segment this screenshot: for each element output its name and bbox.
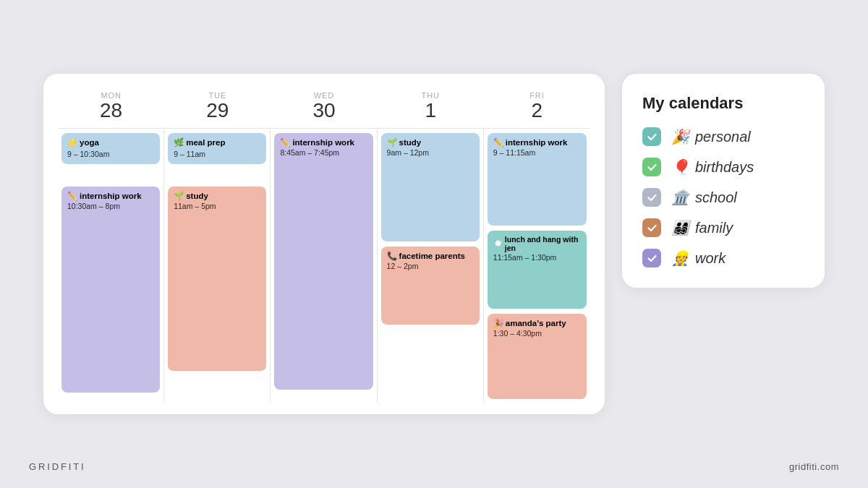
day-number-fri: 2 [484,100,590,122]
checkbox-school[interactable] [642,188,661,207]
cal-label-family: 👨‍👩‍👧‍👦family [671,219,733,236]
checkbox-birthdays[interactable] [642,158,661,176]
day-col-wed: ✏️internship work 8:45am – 7:45pm [271,129,377,403]
day-number-wed: 30 [271,100,377,122]
checkbox-family[interactable] [642,218,661,237]
day-header-thu: THU 1 [378,88,484,124]
event-meal-prep[interactable]: 🌿meal prep 9 – 11am [168,133,266,164]
day-header-mon: MON 28 [58,88,164,124]
cal-item-personal[interactable]: 🎉personal [642,127,803,146]
event-internship-wed[interactable]: ✏️internship work 8:45am – 7:45pm [274,133,373,390]
cal-label-personal: 🎉personal [671,128,751,145]
checkbox-work[interactable] [642,249,661,267]
event-internship-mon[interactable]: ✏️internship work 10:30am – 8pm [61,187,160,393]
cal-item-family[interactable]: 👨‍👩‍👧‍👦family [642,218,803,237]
event-internship-fri[interactable]: ✏️internship work 9 – 11:15am [488,133,587,226]
cal-item-work[interactable]: 👷work [642,249,803,267]
event-yoga[interactable]: 🌟yoga 9 – 10:30am [61,133,160,164]
event-study-tue[interactable]: 🌱study 11am – 5pm [168,187,266,371]
cal-label-work: 👷work [671,249,726,267]
calendars-sidebar: My calendars 🎉personal 🎈birthdays [622,74,825,288]
event-facetime[interactable]: 📞facetime parents 12 – 2pm [381,247,480,325]
event-lunch[interactable]: 🍽️lunch and hang with jen 11:15am – 1:30… [488,231,587,309]
event-study-thu[interactable]: 🌱study 9am – 12pm [381,133,480,241]
cal-label-birthdays: 🎈birthdays [671,158,754,176]
cal-item-school[interactable]: 🏛️school [642,188,803,207]
day-number-mon: 28 [58,100,164,122]
day-col-thu: 🌱study 9am – 12pm 📞facetime parents 12 –… [378,129,484,403]
day-col-tue: 🌿meal prep 9 – 11am 🌱study 11am – 5pm [164,129,271,403]
footer: GRIDFITI gridfiti.com [29,461,839,472]
day-header-wed: WED 30 [271,88,377,124]
cal-item-birthdays[interactable]: 🎈birthdays [642,158,803,176]
event-party[interactable]: 🎉amanda's party 1:30 – 4:30pm [488,314,587,399]
cal-label-school: 🏛️school [671,189,737,206]
day-col-mon: 🌟yoga 9 – 10:30am ✏️internship work 10:3… [58,129,164,403]
day-number-thu: 1 [378,100,484,122]
brand-name: GRIDFITI [29,461,86,472]
checkbox-personal[interactable] [642,127,661,146]
day-header-tue: TUE 29 [164,88,271,124]
day-header-fri: FRI 2 [484,88,590,124]
calendar-card: MON 28 TUE 29 WED 30 THU 1 [43,74,605,414]
brand-url: gridfiti.com [789,461,839,472]
calendar-header: MON 28 TUE 29 WED 30 THU 1 [58,88,590,124]
day-number-tue: 29 [164,100,271,122]
day-col-fri: ✏️internship work 9 – 11:15am 🍽️lunch an… [484,129,590,403]
sidebar-title: My calendars [642,94,803,113]
calendar-grid: 🌟yoga 9 – 10:30am ✏️internship work 10:3… [58,128,590,403]
